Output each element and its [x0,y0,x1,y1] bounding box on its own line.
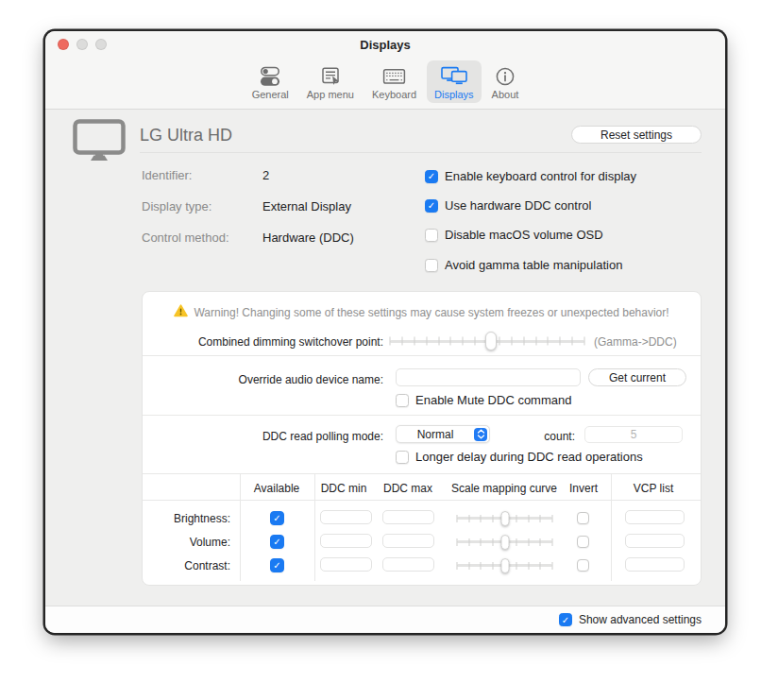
tab-label: App menu [307,89,354,100]
dimming-suffix: (Gamma->DDC) [594,335,677,349]
count-input[interactable] [584,426,683,443]
menu-document-icon [319,63,342,89]
displays-icon [440,63,468,89]
info-value: 2 [262,168,269,182]
warning-icon [174,304,188,320]
slider-tick [572,337,573,346]
info-label: Display type: [142,199,262,213]
volume-curve-slider[interactable] [457,532,552,552]
contrast-invert-checkbox[interactable] [577,559,589,572]
titlebar: Displays [45,31,725,58]
content-area: LG Ultra HD Reset settings Identifier: 2… [45,110,725,606]
close-button[interactable] [58,39,69,50]
mute-ddc-checkbox[interactable] [396,394,409,407]
col-header-ddc-max: DDC max [383,482,432,495]
col-header-vcp-list: VCP list [634,482,673,495]
footer-bar: Show advanced settings [45,606,725,633]
contrast-curve-slider[interactable] [457,555,552,575]
slider-tick [481,515,482,522]
slider-thumb[interactable] [500,535,509,550]
slider-tick [540,562,541,570]
volume-vcp-input[interactable] [625,534,685,548]
brightness-curve-slider[interactable] [457,508,552,528]
info-label: Control method: [142,230,262,245]
slider-tick [528,538,529,546]
reset-settings-button[interactable]: Reset settings [571,126,702,144]
longer-delay-checkbox[interactable] [396,451,409,464]
tab-app-menu[interactable]: App menu [299,60,362,103]
contrast-ddc-min-input[interactable] [320,557,372,572]
hardware-ddc-checkbox[interactable] [425,199,438,213]
keyboard-control-checkbox[interactable] [425,170,438,183]
option-avoid-gamma: Avoid gamma table manipulation [425,258,622,272]
tab-label: Keyboard [372,89,416,100]
slider-tick [457,562,458,570]
table-row-brightness: Brightness: [143,506,701,530]
slider-tick [499,337,499,346]
polling-mode-select[interactable]: Normal [396,425,490,443]
volume-invert-checkbox[interactable] [577,536,589,548]
slider-tick [560,337,561,346]
get-current-button[interactable]: Get current [588,368,686,386]
col-header-scale-curve: Scale mapping curve [451,482,557,495]
slider-thumb[interactable] [500,558,509,573]
volume-ddc-max-input[interactable] [382,534,434,548]
slider-tick [475,337,476,346]
info-label: Identifier: [142,168,262,182]
slider-tick [548,337,549,346]
volume-available-checkbox[interactable] [270,535,284,549]
info-icon [494,63,516,89]
slider-tick [523,337,524,346]
slider-tick [528,515,529,522]
tab-label: About [492,89,519,100]
slider-tick [457,538,458,546]
slider-tick [528,562,529,570]
display-name: LG Ultra HD [140,126,232,145]
tab-general[interactable]: General [245,60,296,103]
tab-displays[interactable]: Displays [427,60,482,103]
brightness-ddc-min-input[interactable] [320,510,372,524]
tab-keyboard[interactable]: Keyboard [364,60,424,103]
option-label: Enable keyboard control for display [445,169,636,183]
option-label: Disable macOS volume OSD [445,228,603,242]
slider-tick [584,337,585,346]
slider-tick [468,538,469,546]
contrast-ddc-max-input[interactable] [382,557,434,572]
divider [143,473,701,474]
contrast-vcp-input[interactable] [625,557,685,572]
avoid-gamma-checkbox[interactable] [425,259,438,272]
audio-name-input[interactable] [396,368,581,386]
longer-delay-row: Longer delay during DDC read operations [396,450,643,464]
col-header-invert: Invert [569,482,598,495]
disable-osd-checkbox[interactable] [425,229,438,242]
mute-ddc-row: Enable Mute DDC command [396,393,571,407]
brightness-available-checkbox[interactable] [270,511,284,525]
window-title: Displays [360,38,410,52]
slider-tick [492,562,493,570]
contrast-available-checkbox[interactable] [270,558,284,572]
brightness-ddc-max-input[interactable] [382,510,434,524]
info-row-identifier: Identifier: 2 [142,168,269,182]
slider-tick [414,337,414,346]
tab-label: Displays [434,89,474,100]
monitor-icon [73,119,126,165]
volume-ddc-min-input[interactable] [320,534,372,548]
brightness-invert-checkbox[interactable] [577,512,589,524]
toolbar: General App menu [45,58,725,110]
advanced-settings-panel: Warning! Changing some of these settings… [142,291,702,586]
slider-tick [463,337,464,346]
zoom-button[interactable] [95,39,107,50]
show-advanced-checkbox[interactable] [559,613,572,626]
slider-tick [516,515,517,522]
slider-thumb[interactable] [500,511,509,526]
show-advanced-label: Show advanced settings [579,613,702,626]
minimize-button[interactable] [76,39,88,50]
tab-about[interactable]: About [484,60,527,103]
info-row-control-method: Control method: Hardware (DDC) [142,230,354,245]
slider-tick [516,538,517,546]
brightness-vcp-input[interactable] [625,510,685,524]
slider-tick [516,562,517,570]
slider-thumb[interactable] [485,332,497,350]
col-header-available: Available [254,482,299,495]
dimming-slider[interactable] [390,331,584,351]
